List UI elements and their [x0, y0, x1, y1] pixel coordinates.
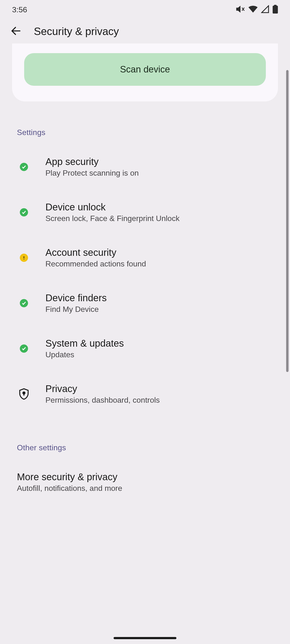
item-title: App security [46, 156, 139, 167]
status-bar: 3:56 [0, 0, 290, 19]
scan-card: Scan device [12, 44, 278, 102]
section-header-other: Other settings [17, 443, 273, 452]
list-item-privacy[interactable]: Privacy Permissions, dashboard, controls [0, 371, 290, 417]
item-title: Device unlock [46, 202, 180, 212]
list-item-system-updates[interactable]: System & updates Updates [0, 326, 290, 371]
page-title: Security & privacy [34, 25, 119, 38]
section-header-settings: Settings [17, 128, 273, 137]
shield-icon [17, 387, 31, 401]
home-indicator[interactable] [114, 637, 176, 639]
svg-rect-6 [24, 259, 25, 260]
item-title: Account security [46, 247, 146, 258]
svg-rect-3 [274, 5, 277, 6]
svg-rect-5 [24, 256, 25, 258]
item-subtitle: Permissions, dashboard, controls [46, 396, 160, 404]
warning-icon [17, 251, 31, 265]
item-title: More security & privacy [17, 472, 273, 482]
mute-icon [236, 4, 245, 15]
item-title: System & updates [46, 338, 124, 349]
item-subtitle: Updates [46, 350, 124, 359]
wifi-icon [248, 6, 258, 14]
scrollbar[interactable] [286, 70, 288, 372]
list-item-device-finders[interactable]: Device finders Find My Device [0, 280, 290, 326]
status-icons [236, 4, 278, 15]
item-subtitle: Autofill, notifications, and more [17, 484, 273, 493]
list-item-account-security[interactable]: Account security Recommended actions fou… [0, 235, 290, 280]
list-item-more-security[interactable]: More security & privacy Autofill, notifi… [0, 460, 290, 505]
cell-signal-icon [261, 5, 269, 14]
item-subtitle: Recommended actions found [46, 260, 146, 268]
item-subtitle: Find My Device [46, 305, 107, 314]
check-ok-icon [17, 205, 31, 219]
scan-device-button[interactable]: Scan device [24, 53, 266, 86]
battery-icon [272, 5, 278, 14]
svg-rect-2 [272, 6, 278, 14]
list-item-app-security[interactable]: App security Play Protect scanning is on [0, 144, 290, 190]
check-ok-icon [17, 296, 31, 310]
list-item-device-unlock[interactable]: Device unlock Screen lock, Face & Finger… [0, 190, 290, 235]
check-ok-icon [17, 160, 31, 174]
item-title: Privacy [46, 383, 160, 394]
item-subtitle: Screen lock, Face & Fingerprint Unlock [46, 214, 180, 223]
item-title: Device finders [46, 292, 107, 304]
back-arrow-icon[interactable] [11, 26, 21, 37]
svg-point-7 [23, 392, 25, 394]
status-time: 3:56 [12, 5, 27, 14]
item-subtitle: Play Protect scanning is on [46, 168, 139, 178]
check-ok-icon [17, 342, 31, 356]
app-header: Security & privacy [0, 19, 290, 44]
